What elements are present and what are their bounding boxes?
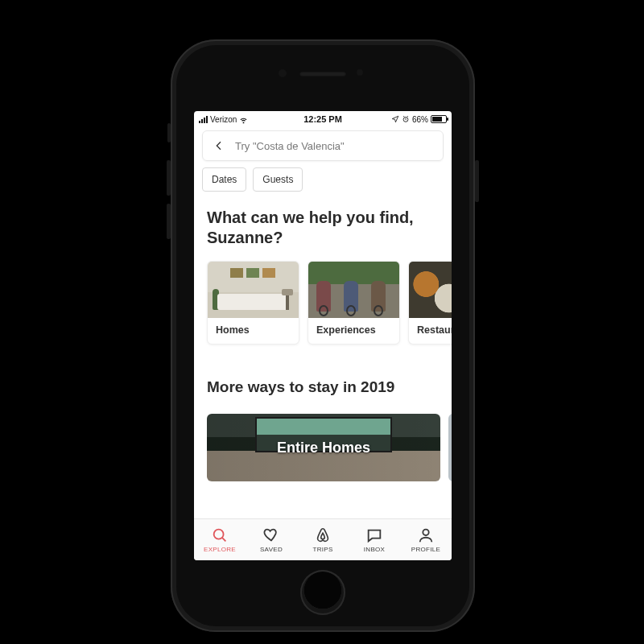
tab-explore[interactable]: EXPLORE <box>194 519 246 560</box>
svg-point-1 <box>214 530 224 539</box>
power-button[interactable] <box>475 160 479 202</box>
volume-down-button[interactable] <box>167 204 171 239</box>
tab-trips[interactable]: TRIPS <box>297 519 349 560</box>
status-left: Verizon <box>199 115 303 124</box>
more-ways-section: More ways to stay in 2019 <box>194 351 452 404</box>
tab-inbox[interactable]: INBOX <box>349 519 400 560</box>
category-label: Restaurants <box>409 318 452 344</box>
status-bar: Verizon 12:25 PM 66% <box>194 111 452 127</box>
search-placeholder: Try "Costa de Valencia" <box>235 140 345 152</box>
category-image-restaurants <box>409 262 452 318</box>
phone-bezel: Verizon 12:25 PM 66% <box>176 45 469 626</box>
category-card-restaurants[interactable]: Restaurants <box>408 261 452 345</box>
filter-chip-row: Dates Guests <box>194 167 452 200</box>
tab-label: PROFILE <box>411 546 440 553</box>
tab-bar: EXPLORE SAVED TRIPS INBOX <box>194 518 452 560</box>
hero-carousel[interactable]: Entire Homes <box>194 404 452 481</box>
category-card-homes[interactable]: Homes <box>207 261 299 345</box>
more-ways-heading: More ways to stay in 2019 <box>207 378 439 396</box>
tab-label: SAVED <box>260 546 283 553</box>
airbnb-logo-icon <box>314 526 332 544</box>
headline-section: What can we help you find, Suzanne? <box>194 200 452 251</box>
category-card-experiences[interactable]: Experiences <box>308 261 400 345</box>
mute-switch[interactable] <box>167 123 171 142</box>
search-icon <box>211 526 229 544</box>
back-icon[interactable] <box>213 139 225 152</box>
search-bar[interactable]: Try "Costa de Valencia" <box>202 130 444 161</box>
category-image-homes <box>208 262 299 318</box>
hero-card-entire-homes[interactable]: Entire Homes <box>207 414 440 481</box>
carrier-label: Verizon <box>210 115 237 124</box>
status-right: 66% <box>342 115 447 124</box>
front-camera <box>357 69 363 76</box>
location-icon <box>391 115 399 123</box>
svg-point-2 <box>423 530 428 535</box>
earpiece <box>299 72 346 76</box>
tab-profile[interactable]: PROFILE <box>400 519 452 560</box>
headline: What can we help you find, Suzanne? <box>207 208 439 248</box>
volume-up-button[interactable] <box>167 160 171 196</box>
profile-icon <box>417 526 435 544</box>
guests-chip[interactable]: Guests <box>253 167 303 192</box>
category-carousel[interactable]: Homes Experiences Restaurants <box>194 251 452 351</box>
tab-saved[interactable]: SAVED <box>246 519 297 560</box>
phone-frame: Verizon 12:25 PM 66% <box>171 39 475 632</box>
tab-label: TRIPS <box>312 546 332 553</box>
proximity-sensor <box>279 69 287 77</box>
tab-label: INBOX <box>364 546 385 553</box>
category-image-experiences <box>308 262 399 318</box>
stage: Verizon 12:25 PM 66% <box>0 0 644 644</box>
battery-icon <box>431 115 447 123</box>
alarm-icon <box>402 115 410 123</box>
tab-label: EXPLORE <box>204 546 236 553</box>
battery-percent-label: 66% <box>412 115 428 124</box>
dates-chip[interactable]: Dates <box>202 167 246 192</box>
hero-card-next-peek[interactable] <box>448 414 452 481</box>
screen: Verizon 12:25 PM 66% <box>194 111 452 560</box>
chat-icon <box>365 526 383 544</box>
wifi-icon <box>239 115 248 124</box>
clock: 12:25 PM <box>303 114 342 124</box>
category-label: Homes <box>208 318 299 344</box>
home-button[interactable] <box>300 570 345 615</box>
hero-title: Entire Homes <box>277 440 370 456</box>
heart-icon <box>262 526 280 544</box>
signal-strength-icon <box>199 116 208 123</box>
category-label: Experiences <box>308 318 399 344</box>
